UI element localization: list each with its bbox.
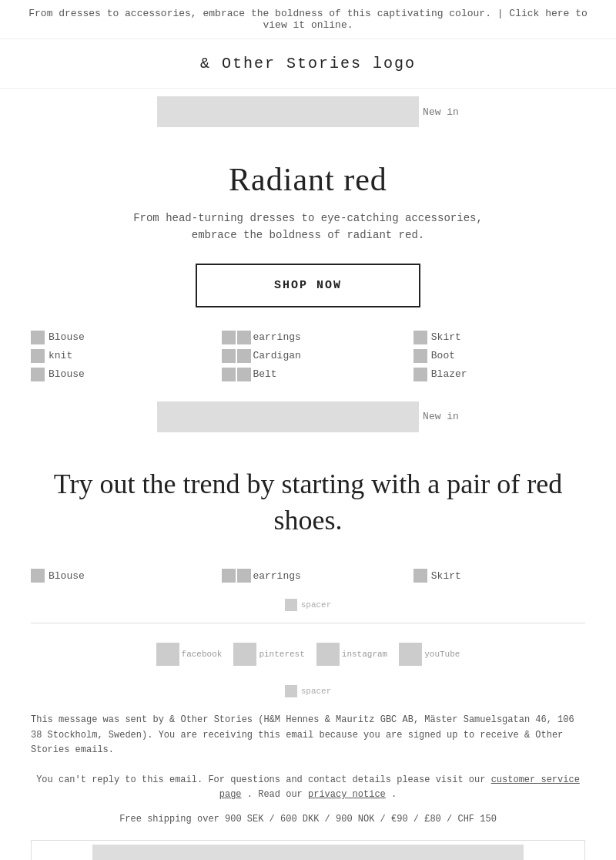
hero-description: From head-turning dresses to eye-catchin…	[31, 210, 585, 244]
product-thumb-belt-a	[222, 368, 236, 381]
spacer-label-3: spacer	[301, 687, 332, 696]
product-thumb-earrings-b	[237, 331, 251, 344]
new-in-image-1	[157, 96, 419, 127]
product-thumb-earrings2-b	[237, 569, 251, 583]
shop-now-button[interactable]: SHOP NOW	[196, 264, 420, 307]
new-in-banner-2: New in	[0, 394, 616, 443]
product-thumb-skirt2	[413, 569, 427, 583]
logo-text: & Other Stories logo	[200, 55, 416, 72]
visit-bar-image	[92, 845, 524, 860]
product-label-boot: Boot	[431, 350, 455, 361]
product-thumb-blazer	[413, 368, 427, 381]
product-col-5: earrings	[222, 569, 393, 587]
youtube-icon	[399, 643, 422, 666]
product-item-earrings2[interactable]: earrings	[222, 569, 393, 583]
footer-shipping: Free shipping over 900 SEK / 600 DKK / 9…	[0, 810, 616, 832]
spacer-label-1: spacer	[301, 600, 332, 610]
product-thumb-knit	[31, 349, 45, 363]
pinterest-label: pinterest	[259, 650, 304, 659]
product-item-skirt[interactable]: Skirt	[413, 331, 585, 344]
product-thumb-cardigan-a	[222, 349, 236, 363]
product-label-knit: knit	[49, 350, 72, 361]
facebook-icon	[156, 643, 179, 666]
footer-legal: This message was sent by & Other Stories…	[0, 705, 616, 765]
product-thumb-cardigan-b	[237, 349, 251, 363]
product-label-cardigan: Cardigan	[253, 350, 300, 361]
email-wrapper: From dresses to accessories, embrace the…	[0, 0, 616, 860]
product-grid-1: Blouse knit Blouse earrings Cardigan	[0, 323, 616, 394]
product-label-skirt: Skirt	[431, 331, 461, 343]
instagram-icon	[316, 643, 340, 666]
footer-reply-text: You can't reply to this email. For quest…	[36, 774, 485, 785]
product-col-4: Blouse	[31, 569, 203, 587]
product-thumb-blouse2	[31, 368, 45, 381]
trend-section: Try out the trend by starting with a pai…	[0, 443, 616, 562]
product-item-blazer[interactable]: Blazer	[413, 368, 585, 381]
product-item-blouse2[interactable]: Blouse	[31, 368, 203, 381]
product-label-blouse: Blouse	[49, 331, 85, 343]
hero-section: Radiant red From head-turning dresses to…	[0, 138, 616, 323]
pinterest-icon	[233, 643, 256, 666]
top-banner: From dresses to accessories, embrace the…	[0, 0, 616, 39]
trend-title: Try out the trend by starting with a pai…	[38, 466, 578, 539]
product-thumb-blouse	[31, 331, 45, 344]
product-col-6: Skirt	[413, 569, 585, 587]
social-instagram[interactable]: instagram	[316, 643, 387, 666]
product-item-knit[interactable]: knit	[31, 349, 203, 363]
spacer-1: spacer	[0, 595, 616, 615]
product-item-blouse[interactable]: Blouse	[31, 331, 203, 344]
product-item-cardigan[interactable]: Cardigan	[222, 349, 393, 363]
product-thumb-skirt	[413, 331, 427, 344]
divider-1	[31, 623, 585, 623]
product-col-2: earrings Cardigan Belt	[222, 331, 393, 386]
visit-bar	[31, 840, 585, 860]
footer-period: .	[391, 789, 397, 800]
product-item-belt[interactable]: Belt	[222, 368, 393, 381]
product-col-3: Skirt Boot Blazer	[413, 331, 585, 386]
spacer-image-3	[285, 685, 297, 697]
new-in-image-2	[157, 401, 419, 432]
shipping-text: Free shipping over 900 SEK / 600 DKK / 9…	[119, 814, 497, 825]
product-grid-2: Blouse earrings Skirt	[0, 561, 616, 595]
product-thumb-earrings2-a	[222, 569, 236, 583]
product-label-blouse3: Blouse	[49, 570, 85, 582]
product-thumb-belt-b	[237, 368, 251, 381]
youtube-label: youTube	[424, 650, 460, 659]
footer-read-our: . Read our	[247, 789, 303, 800]
footer-legal-text: This message was sent by & Other Stories…	[31, 714, 574, 754]
spacer-3: spacer	[0, 677, 616, 705]
product-col-1: Blouse knit Blouse	[31, 331, 203, 386]
product-label-earrings2: earrings	[253, 570, 300, 582]
product-label-belt: Belt	[253, 368, 276, 380]
new-in-banner-1: New in	[0, 89, 616, 138]
facebook-label: facebook	[182, 650, 223, 659]
social-youtube[interactable]: youTube	[399, 643, 460, 666]
product-label-earrings: earrings	[253, 331, 300, 343]
new-in-label-1: New in	[423, 106, 459, 118]
product-item-skirt2[interactable]: Skirt	[413, 569, 585, 583]
hero-title: Radiant red	[31, 161, 585, 198]
top-banner-text: From dresses to accessories, embrace the…	[28, 8, 588, 31]
social-facebook[interactable]: facebook	[156, 643, 223, 666]
new-in-label-2: New in	[423, 411, 459, 422]
instagram-label: instagram	[342, 650, 387, 659]
privacy-notice-link[interactable]: privacy notice	[308, 789, 386, 800]
product-item-boot[interactable]: Boot	[413, 349, 585, 363]
logo-area: & Other Stories logo	[0, 39, 616, 89]
product-thumb-blouse3	[31, 569, 45, 583]
product-label-blazer: Blazer	[431, 368, 467, 380]
product-item-blouse3[interactable]: Blouse	[31, 569, 203, 583]
product-thumb-boot	[413, 349, 427, 363]
product-label-blouse2: Blouse	[49, 368, 85, 380]
social-row: facebook pinterest instagram youTube	[0, 631, 616, 677]
product-thumb-earrings-a	[222, 331, 236, 344]
footer-reply: You can't reply to this email. For quest…	[0, 765, 616, 810]
product-item-earrings[interactable]: earrings	[222, 331, 393, 344]
product-label-skirt2: Skirt	[431, 570, 461, 582]
social-pinterest[interactable]: pinterest	[233, 643, 304, 666]
spacer-image-1	[285, 599, 297, 611]
